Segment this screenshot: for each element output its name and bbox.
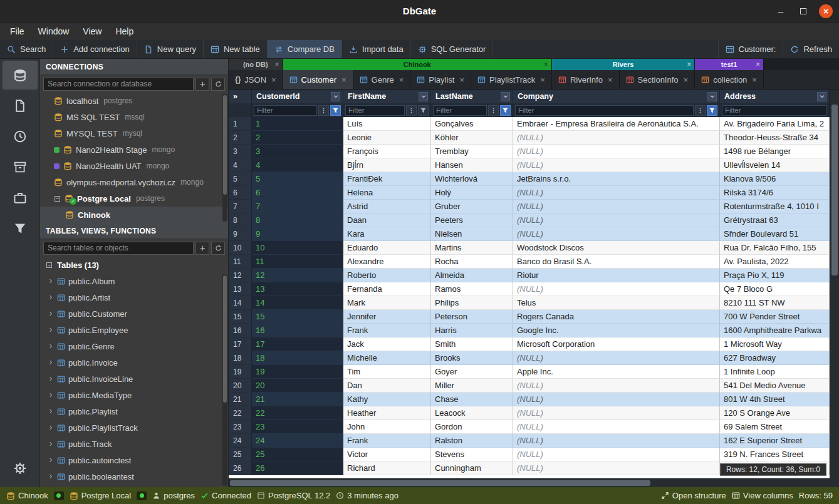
toolbar-import-data-button[interactable]: Import data <box>342 40 411 58</box>
data-cell[interactable]: 700 W Pender Street <box>720 310 830 324</box>
data-cell[interactable]: Peeters <box>431 213 513 227</box>
toolbar-sql-generator-button[interactable]: SQL Generator <box>411 40 494 58</box>
data-cell[interactable]: 541 Del Medio Avenue <box>720 379 830 393</box>
data-cell[interactable]: 2 <box>252 131 343 145</box>
close-icon[interactable]: × <box>608 75 613 85</box>
row-number[interactable]: 26 <box>229 461 252 475</box>
filter-menu-button[interactable] <box>406 105 417 116</box>
data-cell[interactable]: Luís <box>343 117 431 131</box>
data-cell[interactable]: Martins <box>431 241 513 255</box>
row-number[interactable]: 8 <box>229 213 252 227</box>
data-cell[interactable]: JetBrains s.r.o. <box>513 172 720 186</box>
table-row[interactable]: 33FrançoisTremblay(NULL)1498 rue Bélange… <box>229 145 830 158</box>
table-row[interactable]: 1616FrankHarrisGoogle Inc.1600 Amphithea… <box>229 324 830 337</box>
menu-item-file[interactable]: File <box>4 24 31 38</box>
row-number[interactable]: 23 <box>229 420 252 434</box>
close-icon[interactable]: × <box>684 75 689 85</box>
table-row[interactable]: 55FrantiĐekWichterlováJetBrains s.r.o.Kl… <box>229 172 830 186</box>
connections-scrollbar[interactable] <box>222 94 227 222</box>
tab-sectioninfo[interactable]: SectionInfo× <box>620 70 696 89</box>
table-item[interactable]: public.Playlist <box>40 403 228 419</box>
data-cell[interactable]: Cunningham <box>431 461 513 475</box>
row-number[interactable]: 15 <box>229 310 252 324</box>
data-cell[interactable]: 19 <box>252 365 343 379</box>
table-row[interactable]: 99KaraNielsen(NULL)Sřnder Boulevard 51 <box>229 227 830 241</box>
data-cell[interactable]: Riotur <box>513 269 720 282</box>
data-cell[interactable]: 162 E Superior Street <box>720 434 830 448</box>
data-cell[interactable]: Woodstock Discos <box>513 241 720 255</box>
data-cell[interactable]: Praça Pio X, 119 <box>720 269 830 282</box>
data-cell[interactable]: 9 <box>252 227 343 241</box>
filter-input-firstname[interactable] <box>345 105 405 116</box>
column-dropdown-button[interactable] <box>331 92 340 101</box>
data-cell[interactable]: (NULL) <box>513 393 720 406</box>
data-cell[interactable]: (NULL) <box>513 379 720 393</box>
data-cell[interactable]: 12 <box>252 269 343 282</box>
data-cell[interactable]: Peterson <box>431 310 513 324</box>
data-cell[interactable]: Michelle <box>343 351 431 365</box>
table-row[interactable]: 88DaanPeeters(NULL)Grétrystraat 63 <box>229 213 830 227</box>
data-cell[interactable]: Roberto <box>343 269 431 282</box>
scrollbar-thumb[interactable] <box>223 275 227 403</box>
rail-files-button[interactable] <box>3 91 38 120</box>
column-dropdown-button[interactable] <box>817 92 826 101</box>
connection-item[interactable]: Nano2Health Stagemongo <box>40 141 228 158</box>
connection-item[interactable]: olympus-medportal.vychozi.czmongo <box>40 174 228 190</box>
rail-plugins-button[interactable] <box>3 183 38 212</box>
refresh-tables-button[interactable] <box>211 242 225 255</box>
scrollbar-thumb[interactable] <box>223 95 227 195</box>
data-cell[interactable]: Frank <box>343 434 431 448</box>
table-item[interactable]: public.Employee <box>40 322 228 338</box>
data-cell[interactable]: (NULL) <box>513 131 720 145</box>
table-row[interactable]: 2121KathyChase(NULL)801 W 4th Street <box>229 393 830 406</box>
data-cell[interactable]: Ullevĺlsveien 14 <box>720 158 830 172</box>
row-number[interactable]: 11 <box>229 255 252 269</box>
data-cell[interactable]: Jennifer <box>343 310 431 324</box>
close-icon[interactable]: × <box>540 75 545 85</box>
connection-item[interactable]: MS SQL TESTmssql <box>40 109 228 125</box>
close-icon[interactable]: × <box>341 75 347 85</box>
data-cell[interactable]: Microsoft Corporation <box>513 337 720 351</box>
filter-input-customerid[interactable] <box>254 105 317 116</box>
data-cell[interactable]: John <box>343 420 431 434</box>
toolbar-add-connection-button[interactable]: Add connection <box>53 40 137 58</box>
data-cell[interactable]: Grétrystraat 63 <box>720 213 830 227</box>
table-row[interactable]: 77AstridGruber(NULL)Rotenturmstraße 4, 1… <box>229 200 830 213</box>
data-cell[interactable]: (NULL) <box>513 145 720 158</box>
table-row[interactable]: 2020DanMiller(NULL)541 Del Medio Avenue <box>229 379 830 393</box>
row-number[interactable]: 17 <box>229 337 252 351</box>
filter-funnel-button[interactable] <box>330 105 341 116</box>
data-cell[interactable]: 21 <box>252 393 343 406</box>
data-cell[interactable]: 15 <box>252 310 343 324</box>
data-cell[interactable]: Frank <box>343 324 431 337</box>
table-row[interactable]: 2525VictorStevens(NULL)319 N. Frances St… <box>229 448 830 461</box>
table-item[interactable]: public.Track <box>40 436 228 452</box>
data-cell[interactable]: (NULL) <box>513 200 720 213</box>
data-cell[interactable]: Av. Brigadeiro Faria Lima, 2 <box>720 117 830 131</box>
column-dropdown-button[interactable] <box>501 92 510 101</box>
toolbar-refresh-button[interactable]: Refresh <box>783 40 839 58</box>
table-row[interactable]: 1111AlexandreRochaBanco do Brasil S.A.Av… <box>229 255 830 269</box>
data-cell[interactable]: Ramos <box>431 282 513 296</box>
rail-archive-button[interactable] <box>3 153 38 182</box>
row-number[interactable]: 18 <box>229 351 252 365</box>
table-row[interactable]: 2222HeatherLeacock(NULL)120 S Orange Ave <box>229 406 830 420</box>
menu-item-view[interactable]: View <box>76 24 108 38</box>
tab-riverinfo[interactable]: RiverInfo× <box>552 70 620 89</box>
status-connection[interactable]: Postgre Local <box>70 491 132 500</box>
rail-cell-data-button[interactable] <box>3 214 38 243</box>
data-cell[interactable]: Rilská 3174/6 <box>720 186 830 200</box>
grid-vertical-scrollbar[interactable] <box>830 90 839 478</box>
table-row[interactable]: 1818MichelleBrooks(NULL)627 Broadway <box>229 351 830 365</box>
row-number[interactable]: 3 <box>229 145 252 158</box>
table-item[interactable]: public.InvoiceLine <box>40 371 228 387</box>
data-cell[interactable]: (NULL) <box>513 351 720 365</box>
data-cell[interactable]: Qe 7 Bloco G <box>720 282 830 296</box>
data-cell[interactable]: Philips <box>431 296 513 310</box>
close-icon[interactable]: × <box>275 60 279 69</box>
tab-group-chinook[interactable]: Chinook× <box>283 59 552 70</box>
menu-item-help[interactable]: Help <box>109 24 140 38</box>
menu-item-window[interactable]: Window <box>32 24 76 38</box>
data-cell[interactable]: Astrid <box>343 200 431 213</box>
data-cell[interactable]: Wichterlová <box>431 172 513 186</box>
